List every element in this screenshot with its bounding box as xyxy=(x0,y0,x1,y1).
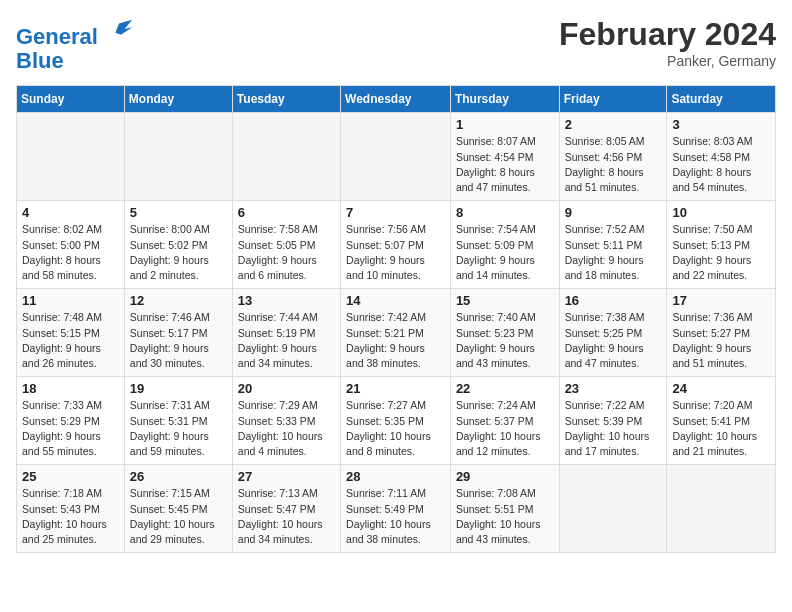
calendar-cell: 13Sunrise: 7:44 AM Sunset: 5:19 PM Dayli… xyxy=(232,289,340,377)
calendar-cell: 22Sunrise: 7:24 AM Sunset: 5:37 PM Dayli… xyxy=(450,377,559,465)
day-number: 5 xyxy=(130,205,227,220)
calendar-cell xyxy=(667,465,776,553)
calendar-cell: 23Sunrise: 7:22 AM Sunset: 5:39 PM Dayli… xyxy=(559,377,667,465)
day-detail: Sunrise: 7:31 AM Sunset: 5:31 PM Dayligh… xyxy=(130,398,227,459)
day-detail: Sunrise: 7:52 AM Sunset: 5:11 PM Dayligh… xyxy=(565,222,662,283)
day-detail: Sunrise: 8:00 AM Sunset: 5:02 PM Dayligh… xyxy=(130,222,227,283)
day-detail: Sunrise: 7:46 AM Sunset: 5:17 PM Dayligh… xyxy=(130,310,227,371)
day-number: 3 xyxy=(672,117,770,132)
calendar-cell: 10Sunrise: 7:50 AM Sunset: 5:13 PM Dayli… xyxy=(667,201,776,289)
day-number: 22 xyxy=(456,381,554,396)
day-number: 16 xyxy=(565,293,662,308)
day-detail: Sunrise: 7:48 AM Sunset: 5:15 PM Dayligh… xyxy=(22,310,119,371)
calendar-cell: 19Sunrise: 7:31 AM Sunset: 5:31 PM Dayli… xyxy=(124,377,232,465)
calendar-cell: 1Sunrise: 8:07 AM Sunset: 4:54 PM Daylig… xyxy=(450,113,559,201)
day-detail: Sunrise: 7:38 AM Sunset: 5:25 PM Dayligh… xyxy=(565,310,662,371)
day-detail: Sunrise: 7:15 AM Sunset: 5:45 PM Dayligh… xyxy=(130,486,227,547)
calendar-cell: 6Sunrise: 7:58 AM Sunset: 5:05 PM Daylig… xyxy=(232,201,340,289)
day-number: 27 xyxy=(238,469,335,484)
month-year-title: February 2024 xyxy=(559,16,776,53)
day-detail: Sunrise: 7:58 AM Sunset: 5:05 PM Dayligh… xyxy=(238,222,335,283)
day-detail: Sunrise: 7:08 AM Sunset: 5:51 PM Dayligh… xyxy=(456,486,554,547)
day-number: 12 xyxy=(130,293,227,308)
day-number: 11 xyxy=(22,293,119,308)
calendar-cell: 4Sunrise: 8:02 AM Sunset: 5:00 PM Daylig… xyxy=(17,201,125,289)
logo-general: General xyxy=(16,24,98,49)
day-detail: Sunrise: 8:02 AM Sunset: 5:00 PM Dayligh… xyxy=(22,222,119,283)
day-number: 13 xyxy=(238,293,335,308)
day-number: 2 xyxy=(565,117,662,132)
day-detail: Sunrise: 7:11 AM Sunset: 5:49 PM Dayligh… xyxy=(346,486,445,547)
day-detail: Sunrise: 7:33 AM Sunset: 5:29 PM Dayligh… xyxy=(22,398,119,459)
logo: General Blue xyxy=(16,16,134,73)
title-block: February 2024 Panker, Germany xyxy=(559,16,776,69)
day-detail: Sunrise: 8:03 AM Sunset: 4:58 PM Dayligh… xyxy=(672,134,770,195)
day-number: 1 xyxy=(456,117,554,132)
calendar-cell: 18Sunrise: 7:33 AM Sunset: 5:29 PM Dayli… xyxy=(17,377,125,465)
day-number: 8 xyxy=(456,205,554,220)
calendar-cell: 21Sunrise: 7:27 AM Sunset: 5:35 PM Dayli… xyxy=(341,377,451,465)
calendar-cell: 5Sunrise: 8:00 AM Sunset: 5:02 PM Daylig… xyxy=(124,201,232,289)
day-number: 23 xyxy=(565,381,662,396)
calendar-header-row: SundayMondayTuesdayWednesdayThursdayFrid… xyxy=(17,86,776,113)
calendar-cell: 12Sunrise: 7:46 AM Sunset: 5:17 PM Dayli… xyxy=(124,289,232,377)
day-detail: Sunrise: 7:18 AM Sunset: 5:43 PM Dayligh… xyxy=(22,486,119,547)
calendar-cell xyxy=(124,113,232,201)
day-number: 15 xyxy=(456,293,554,308)
day-detail: Sunrise: 7:29 AM Sunset: 5:33 PM Dayligh… xyxy=(238,398,335,459)
day-number: 10 xyxy=(672,205,770,220)
day-number: 25 xyxy=(22,469,119,484)
calendar-cell: 14Sunrise: 7:42 AM Sunset: 5:21 PM Dayli… xyxy=(341,289,451,377)
calendar-cell xyxy=(559,465,667,553)
day-number: 17 xyxy=(672,293,770,308)
svg-marker-0 xyxy=(115,20,132,35)
calendar-cell: 27Sunrise: 7:13 AM Sunset: 5:47 PM Dayli… xyxy=(232,465,340,553)
location-subtitle: Panker, Germany xyxy=(559,53,776,69)
day-number: 21 xyxy=(346,381,445,396)
calendar-cell: 25Sunrise: 7:18 AM Sunset: 5:43 PM Dayli… xyxy=(17,465,125,553)
day-number: 14 xyxy=(346,293,445,308)
calendar-cell xyxy=(17,113,125,201)
day-detail: Sunrise: 7:50 AM Sunset: 5:13 PM Dayligh… xyxy=(672,222,770,283)
day-detail: Sunrise: 7:24 AM Sunset: 5:37 PM Dayligh… xyxy=(456,398,554,459)
calendar-cell: 20Sunrise: 7:29 AM Sunset: 5:33 PM Dayli… xyxy=(232,377,340,465)
calendar-table: SundayMondayTuesdayWednesdayThursdayFrid… xyxy=(16,85,776,553)
weekday-header-saturday: Saturday xyxy=(667,86,776,113)
day-number: 7 xyxy=(346,205,445,220)
weekday-header-tuesday: Tuesday xyxy=(232,86,340,113)
weekday-header-wednesday: Wednesday xyxy=(341,86,451,113)
day-detail: Sunrise: 8:07 AM Sunset: 4:54 PM Dayligh… xyxy=(456,134,554,195)
day-detail: Sunrise: 7:22 AM Sunset: 5:39 PM Dayligh… xyxy=(565,398,662,459)
day-number: 9 xyxy=(565,205,662,220)
day-detail: Sunrise: 7:56 AM Sunset: 5:07 PM Dayligh… xyxy=(346,222,445,283)
weekday-header-sunday: Sunday xyxy=(17,86,125,113)
calendar-cell: 29Sunrise: 7:08 AM Sunset: 5:51 PM Dayli… xyxy=(450,465,559,553)
day-number: 4 xyxy=(22,205,119,220)
calendar-week-row: 1Sunrise: 8:07 AM Sunset: 4:54 PM Daylig… xyxy=(17,113,776,201)
calendar-week-row: 25Sunrise: 7:18 AM Sunset: 5:43 PM Dayli… xyxy=(17,465,776,553)
day-number: 24 xyxy=(672,381,770,396)
calendar-week-row: 18Sunrise: 7:33 AM Sunset: 5:29 PM Dayli… xyxy=(17,377,776,465)
calendar-cell: 8Sunrise: 7:54 AM Sunset: 5:09 PM Daylig… xyxy=(450,201,559,289)
calendar-cell: 17Sunrise: 7:36 AM Sunset: 5:27 PM Dayli… xyxy=(667,289,776,377)
calendar-cell: 3Sunrise: 8:03 AM Sunset: 4:58 PM Daylig… xyxy=(667,113,776,201)
day-detail: Sunrise: 7:13 AM Sunset: 5:47 PM Dayligh… xyxy=(238,486,335,547)
calendar-cell: 9Sunrise: 7:52 AM Sunset: 5:11 PM Daylig… xyxy=(559,201,667,289)
calendar-cell xyxy=(232,113,340,201)
day-number: 20 xyxy=(238,381,335,396)
day-number: 28 xyxy=(346,469,445,484)
calendar-cell xyxy=(341,113,451,201)
day-number: 6 xyxy=(238,205,335,220)
day-number: 18 xyxy=(22,381,119,396)
logo-bird-icon xyxy=(106,16,134,44)
calendar-cell: 26Sunrise: 7:15 AM Sunset: 5:45 PM Dayli… xyxy=(124,465,232,553)
day-detail: Sunrise: 7:40 AM Sunset: 5:23 PM Dayligh… xyxy=(456,310,554,371)
weekday-header-monday: Monday xyxy=(124,86,232,113)
day-detail: Sunrise: 8:05 AM Sunset: 4:56 PM Dayligh… xyxy=(565,134,662,195)
day-detail: Sunrise: 7:27 AM Sunset: 5:35 PM Dayligh… xyxy=(346,398,445,459)
calendar-cell: 16Sunrise: 7:38 AM Sunset: 5:25 PM Dayli… xyxy=(559,289,667,377)
day-number: 29 xyxy=(456,469,554,484)
calendar-cell: 7Sunrise: 7:56 AM Sunset: 5:07 PM Daylig… xyxy=(341,201,451,289)
day-number: 19 xyxy=(130,381,227,396)
day-detail: Sunrise: 7:20 AM Sunset: 5:41 PM Dayligh… xyxy=(672,398,770,459)
